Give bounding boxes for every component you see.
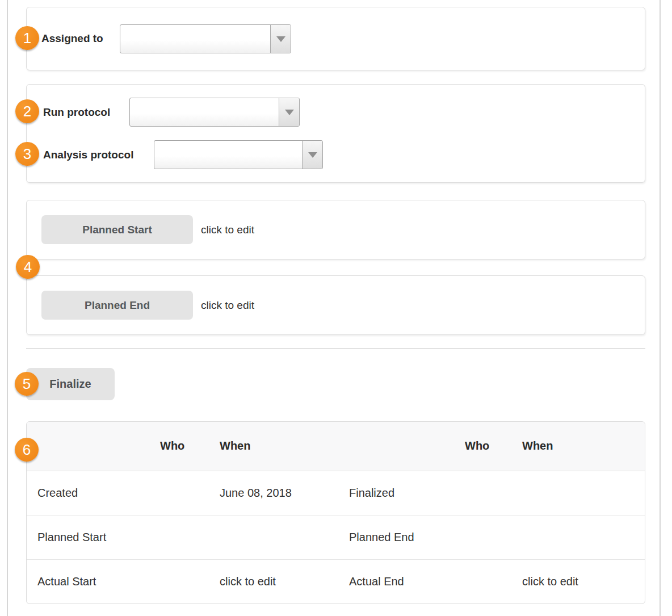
- header-when-left: When: [208, 422, 339, 471]
- table-row-actual: Actual Start click to edit Actual End cl…: [27, 559, 645, 604]
- header-empty-right: [339, 422, 452, 471]
- planned-end-row-label: Planned End: [339, 515, 452, 559]
- step-badge-5: 5: [15, 372, 39, 396]
- analysis-protocol-dropdown[interactable]: [154, 140, 323, 169]
- planned-start-card: Planned Start click to edit: [26, 200, 645, 259]
- finalize-row: 5 Finalize: [26, 368, 645, 400]
- step-badge-2: 2: [15, 99, 39, 123]
- finalized-when: [501, 471, 645, 515]
- planned-end-who: [452, 515, 501, 559]
- finalize-button[interactable]: Finalize: [26, 368, 115, 400]
- planned-start-edit-hint[interactable]: click to edit: [201, 224, 254, 236]
- chevron-down-icon: [308, 152, 317, 158]
- finalized-label: Finalized: [339, 471, 452, 515]
- section-divider: [26, 348, 645, 349]
- planned-end-button[interactable]: Planned End: [41, 291, 193, 320]
- analysis-protocol-label: Analysis protocol: [43, 149, 133, 161]
- analysis-protocol-row: Analysis protocol: [27, 140, 645, 169]
- table-row-planned: Planned Start Planned End: [27, 515, 645, 559]
- audit-table: Who When Who When Created June 08, 2018: [27, 422, 645, 604]
- table-row-created-finalized: Created June 08, 2018 Finalized: [27, 471, 645, 515]
- chevron-down-icon: [276, 36, 285, 42]
- chevron-down-icon: [285, 110, 294, 115]
- planned-start-who: [157, 515, 208, 559]
- page: 1 Assigned to 2 3 Run protocol: [0, 0, 672, 616]
- actual-start-edit-hint[interactable]: click to edit: [208, 559, 339, 604]
- header-when-right: When: [501, 422, 645, 471]
- actual-end-who: [452, 559, 501, 604]
- run-protocol-dropdown[interactable]: [129, 98, 300, 127]
- run-protocol-label: Run protocol: [43, 106, 110, 119]
- audit-table-section: 6 Who When Who When: [26, 421, 645, 604]
- audit-table-card: Who When Who When Created June 08, 2018: [26, 421, 645, 604]
- planned-end-card: Planned End click to edit: [26, 275, 645, 335]
- assigned-to-label: Assigned to: [41, 32, 103, 45]
- form-content: 1 Assigned to 2 3 Run protocol: [26, 0, 645, 604]
- step-badge-3: 3: [15, 142, 39, 166]
- page-left-border: [7, 0, 8, 616]
- planned-start-button[interactable]: Planned Start: [41, 215, 193, 244]
- created-label: Created: [27, 471, 157, 515]
- step-badge-4: 4: [16, 255, 40, 279]
- created-who: [157, 471, 208, 515]
- planned-start-row-label: Planned Start: [27, 515, 157, 559]
- analysis-protocol-dropdown-arrow-button[interactable]: [302, 141, 322, 169]
- actual-start-label: Actual Start: [27, 559, 157, 604]
- protocols-card: 2 3 Run protocol Analysis protocol: [26, 84, 645, 183]
- step-badge-6: 6: [15, 438, 39, 462]
- assigned-to-dropdown[interactable]: [120, 24, 291, 53]
- actual-start-who: [157, 559, 208, 604]
- step-badge-1: 1: [15, 26, 39, 50]
- planned-start-when: [208, 515, 339, 559]
- created-when: June 08, 2018: [208, 471, 339, 515]
- header-who-left: Who: [157, 422, 208, 471]
- page-right-border: [660, 0, 661, 616]
- planned-end-edit-hint[interactable]: click to edit: [201, 299, 254, 312]
- planning-group: 4 Planned Start click to edit Planned En…: [26, 200, 645, 335]
- assigned-to-card: 1 Assigned to: [26, 7, 645, 70]
- actual-end-label: Actual End: [339, 559, 452, 604]
- assigned-to-dropdown-arrow-button[interactable]: [270, 25, 291, 53]
- planned-end-when: [501, 515, 645, 559]
- run-protocol-row: Run protocol: [27, 98, 645, 127]
- finalized-who: [452, 471, 501, 515]
- header-empty-left: [27, 422, 157, 471]
- header-who-right: Who: [452, 422, 501, 471]
- actual-end-edit-hint[interactable]: click to edit: [501, 559, 645, 604]
- audit-table-header-row: Who When Who When: [27, 422, 645, 471]
- run-protocol-dropdown-arrow-button[interactable]: [279, 98, 299, 126]
